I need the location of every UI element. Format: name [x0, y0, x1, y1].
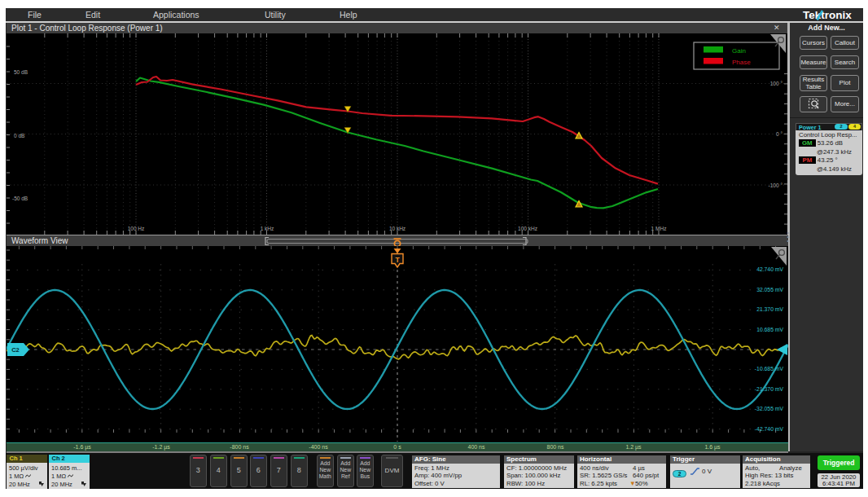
svg-text:-42.740 mV: -42.740 mV — [755, 426, 784, 432]
svg-text:C2: C2 — [11, 346, 20, 354]
svg-text:0 °: 0 ° — [776, 131, 783, 137]
svg-text:Phase: Phase — [732, 59, 751, 66]
svg-text:50 dB: 50 dB — [14, 69, 28, 75]
svg-text:32.055 mV: 32.055 mV — [756, 287, 783, 292]
svg-text:100 Hz: 100 Hz — [128, 226, 145, 231]
svg-text:1 kHz: 1 kHz — [261, 226, 274, 231]
svg-text:100 kHz: 100 kHz — [518, 226, 537, 231]
svg-text:42.740 mV: 42.740 mV — [756, 266, 783, 272]
svg-text:-21.370 mV: -21.370 mV — [755, 386, 784, 392]
svg-text:Gain: Gain — [732, 47, 746, 55]
svg-text:T: T — [395, 256, 400, 264]
svg-text:1 MHz: 1 MHz — [651, 226, 667, 231]
svg-text:100 °: 100 ° — [770, 81, 783, 86]
svg-text:-10.685 mV: -10.685 mV — [755, 366, 784, 372]
svg-text:10 kHz: 10 kHz — [389, 226, 406, 231]
svg-text:-50 dB: -50 dB — [12, 196, 28, 201]
svg-text:10.685 mV: 10.685 mV — [756, 327, 783, 332]
svg-text:21.370 mV: 21.370 mV — [756, 306, 783, 312]
svg-text:-100 °: -100 ° — [769, 183, 783, 188]
svg-text:-32.055 mV: -32.055 mV — [755, 406, 784, 411]
svg-text:0 dB: 0 dB — [14, 133, 24, 139]
